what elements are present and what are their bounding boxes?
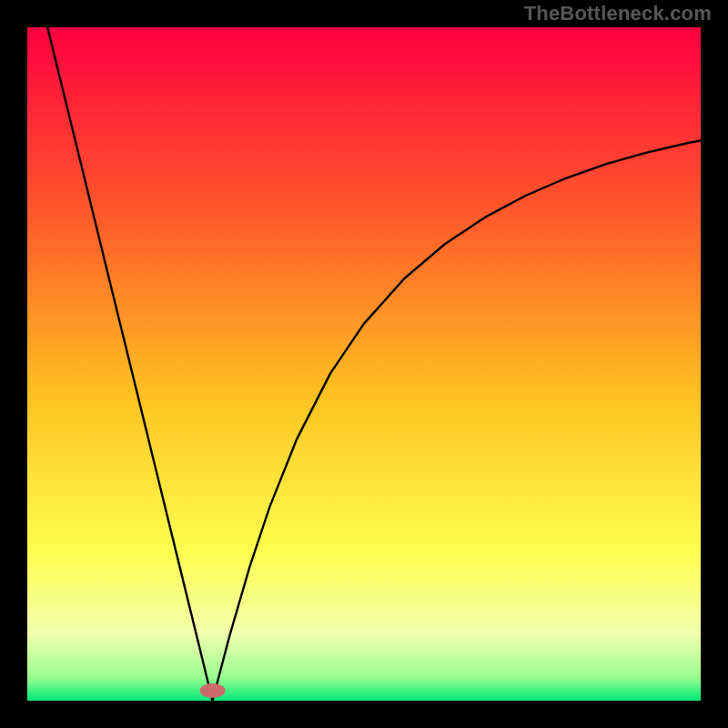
watermark-text: TheBottleneck.com — [524, 2, 712, 25]
bottleneck-chart — [0, 0, 728, 728]
min-marker — [200, 683, 226, 698]
chart-container: TheBottleneck.com — [0, 0, 728, 728]
plot-area — [27, 27, 701, 701]
